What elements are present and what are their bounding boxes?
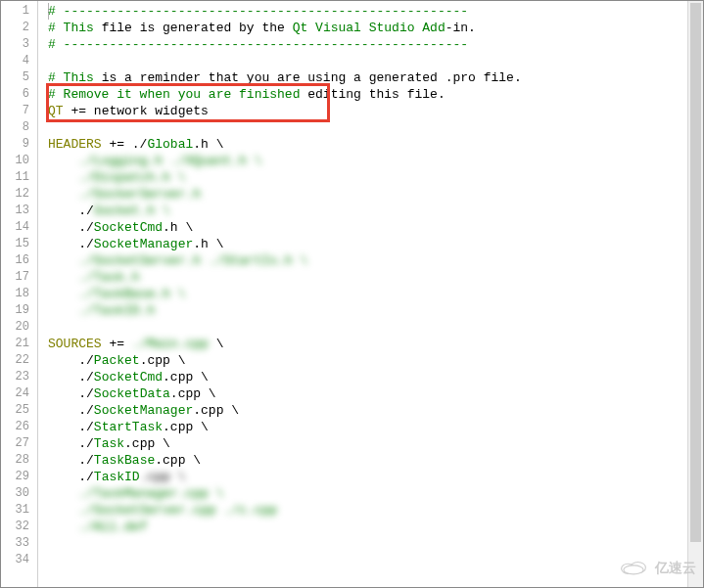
code-line[interactable]: SOURCES += ./Main.cpp \ [48,336,703,352]
line-number: 13 [5,203,29,219]
code-line[interactable]: ./Socket.h \ [48,203,703,219]
code-line[interactable]: ./StartTask.cpp \ [48,419,703,435]
line-number: 16 [5,252,29,269]
code-token [48,303,78,318]
code-line[interactable]: ./SocketManager.h \ [48,236,703,252]
code-token: ./Dispatch.h \ [78,169,185,186]
line-number: 34 [5,552,29,568]
code-token [48,270,78,285]
code-token: ./Logging.h ./XQuant.h \ [78,153,261,169]
code-line[interactable]: # This file is generated by the Qt Visua… [48,20,703,36]
code-token: ./Task.h [78,269,139,286]
code-line[interactable]: HEADERS += ./Global.h \ [48,136,703,153]
line-number: 28 [5,452,29,469]
code-token [48,420,78,434]
code-line[interactable]: QT += network widgets [48,103,703,119]
code-token: This [64,70,94,85]
line-number: 4 [5,53,29,69]
code-token [48,520,78,534]
code-line[interactable]: ./Task.cpp \ [48,435,703,452]
line-number: 32 [5,519,29,535]
code-token: editing this file. [300,87,445,102]
line-number: 22 [5,352,29,369]
code-token [48,220,78,235]
code-line[interactable]: ./TaskBase.h \ [48,286,703,302]
code-token: Task [94,436,124,451]
code-token: SOURCES [48,337,102,351]
line-number: 29 [5,469,29,485]
code-token [48,253,78,268]
code-token: .cpp \ [163,420,209,434]
code-line[interactable]: # --------------------------------------… [48,36,703,53]
code-token [48,436,78,451]
code-line[interactable]: # --------------------------------------… [48,3,703,20]
code-token: .h \ [193,137,223,152]
line-number: 31 [5,502,29,519]
code-token: ./Main.cpp [132,336,209,352]
code-token: Packet [94,353,140,368]
code-line[interactable] [48,319,703,336]
code-token: SocketManager [94,237,193,251]
line-number: 23 [5,369,29,385]
line-number: 9 [5,136,29,153]
code-line[interactable]: ./SockerServer.h [48,186,703,203]
code-line[interactable] [48,53,703,69]
code-line[interactable]: # Remove it when you are finished editin… [48,86,703,103]
code-token: ./ [78,386,94,401]
code-line[interactable]: ./Dispatch.h \ [48,169,703,186]
code-token: StartTask [94,420,163,434]
code-line[interactable]: ./TaskBase.cpp \ [48,452,703,469]
code-line[interactable]: ./Logging.h ./XQuant.h \ [48,153,703,169]
line-number: 24 [5,385,29,402]
code-token: ./ [78,353,94,368]
code-token: ./ [78,403,94,418]
code-area[interactable]: # --------------------------------------… [38,1,703,587]
code-token: is a reminder that you are using a gener… [94,70,522,85]
code-token: SocketData [94,386,170,401]
code-line[interactable]: ./TaskID.cpp \ [48,469,703,485]
line-number: 33 [5,535,29,552]
code-token: Remove it when you are finished [64,87,301,102]
code-token: += [64,104,94,118]
line-number: 11 [5,169,29,186]
code-line[interactable] [48,535,703,552]
line-number: 30 [5,485,29,502]
code-token [48,370,78,384]
code-token: .h \ [163,220,193,235]
code-token: += [102,337,132,351]
line-number: 1 [5,3,29,20]
vertical-scrollbar[interactable] [687,1,703,587]
code-line[interactable]: ./SocketManager.cpp \ [48,402,703,419]
svg-point-2 [624,565,643,574]
code-token: SocketCmd [94,220,163,235]
line-number: 7 [5,103,29,119]
code-token: ./ [78,420,94,434]
code-token: QT [48,104,64,118]
code-line[interactable]: ./Task.h [48,269,703,286]
code-line[interactable]: ./Packet.cpp \ [48,352,703,369]
code-line[interactable] [48,119,703,136]
code-token: ./SockerServer.h [78,186,201,203]
code-token: .h \ [193,237,223,251]
line-number: 2 [5,20,29,36]
code-line[interactable]: ./SocketData.cpp \ [48,385,703,402]
code-line[interactable] [48,552,703,568]
code-line[interactable]: # This is a reminder that you are using … [48,69,703,86]
line-number: 25 [5,402,29,419]
code-line[interactable]: ./SocketServer.cpp ./c.cpp [48,502,703,519]
code-line[interactable]: ./SocketServer.h ./StartIs.h \ [48,252,703,269]
code-line[interactable]: ./SocketCmd.cpp \ [48,369,703,385]
code-line[interactable]: ./All.def [48,519,703,535]
code-line[interactable]: ./TaskID.h [48,302,703,319]
code-token: ./ [78,220,94,235]
line-number: 10 [5,153,29,169]
text-cursor [48,3,49,20]
scroll-thumb[interactable] [690,3,701,542]
code-line[interactable]: ./TaskManager.cpp \ [48,485,703,502]
code-token: .cpp \ [140,353,186,368]
code-token: ./ [78,436,94,451]
line-number: 18 [5,286,29,302]
line-number: 5 [5,69,29,86]
code-token: SocketCmd [94,370,163,384]
code-line[interactable]: ./SocketCmd.h \ [48,219,703,236]
